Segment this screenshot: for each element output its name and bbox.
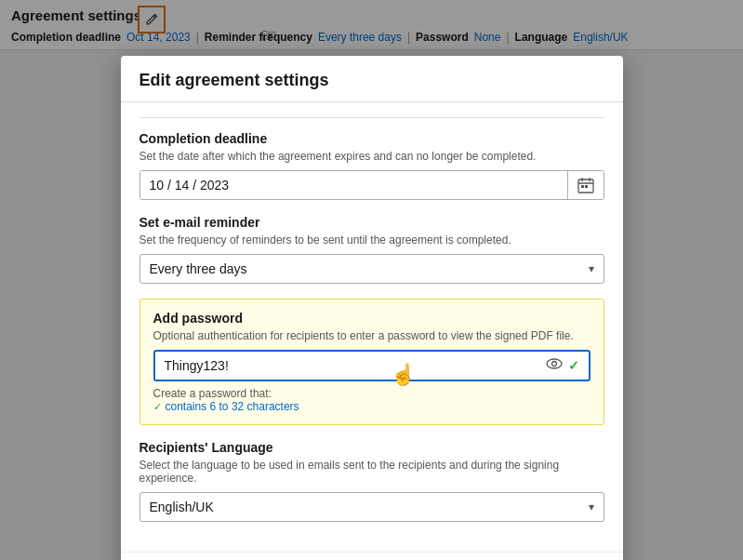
email-reminder-desc: Set the frequency of reminders to be sen… [139,233,604,247]
modal-title: Edit agreement settings [139,71,329,89]
hint-label: Create a password that: [153,387,590,400]
modal-body: Completion deadline Set the date after w… [121,102,623,552]
edit-agreement-modal: Edit agreement settings Completion deadl… [121,56,623,560]
language-desc: Select the language to be used in emails… [139,459,604,485]
password-icons: ✓ [537,357,589,374]
password-input[interactable] [155,352,537,380]
hint-text: contains 6 to 32 characters [166,400,299,413]
language-dropdown-row: English/UK English/US French German Span… [139,492,604,522]
section-divider [139,117,604,118]
modal-footer: Cancel Continue [121,552,623,560]
language-title: Recipients' Language [139,440,604,455]
password-title: Add password [153,311,590,326]
completion-deadline-desc: Set the date after which the agreement e… [139,150,604,163]
completion-deadline-title: Completion deadline [139,131,604,146]
modal-overlay: Edit agreement settings Completion deadl… [0,0,743,560]
hint-check-icon: ✓ [153,401,162,413]
reminder-dropdown-arrow: ▾ [579,262,604,275]
language-section: Recipients' Language Select the language… [139,440,604,522]
svg-rect-4 [581,185,584,188]
password-section: Add password Optional authentication for… [139,299,604,425]
email-reminder-section: Set e-mail reminder Set the frequency of… [139,215,604,284]
svg-rect-5 [585,185,588,188]
language-dropdown-arrow: ▾ [579,500,604,513]
password-valid-icon: ✓ [568,358,579,373]
calendar-button[interactable] [567,171,604,199]
svg-point-7 [551,362,556,367]
hint-item: ✓ contains 6 to 32 characters [153,400,590,413]
modal-header: Edit agreement settings [121,56,623,102]
language-dropdown[interactable]: English/UK English/US French German Span… [140,493,579,521]
svg-point-6 [547,359,562,368]
date-input[interactable] [140,171,567,199]
password-desc: Optional authentication for recipients t… [153,329,590,342]
reminder-dropdown[interactable]: Every day Every two days Every three day… [140,255,579,283]
toggle-password-visibility-button[interactable] [546,357,563,374]
completion-deadline-section: Completion deadline Set the date after w… [139,131,604,200]
password-input-row: ✓ [153,350,590,381]
password-hints: Create a password that: ✓ contains 6 to … [153,387,590,413]
date-input-row [139,170,604,200]
reminder-dropdown-row: Every day Every two days Every three day… [139,254,604,284]
email-reminder-title: Set e-mail reminder [139,215,604,230]
